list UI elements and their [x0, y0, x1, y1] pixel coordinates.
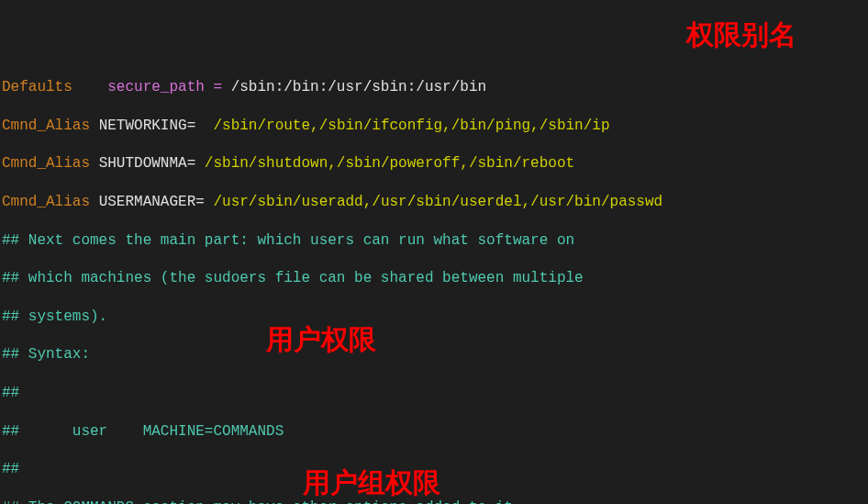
- line-cmndalias-shutdown: Cmnd_Alias SHUTDOWNMA= /sbin/shutdown,/s…: [2, 154, 866, 174]
- comment-line: ##: [2, 384, 866, 403]
- line-cmndalias-usermanager: Cmnd_Alias USERMANAGER= /usr/sbin/userad…: [2, 193, 866, 212]
- comment-line: ## The COMMANDS section may have other o…: [2, 498, 866, 504]
- comment-line: ## systems).: [2, 308, 866, 327]
- line-defaults: Defaults secure_path = /sbin:/bin:/usr/s…: [2, 78, 866, 97]
- line-cmndalias-networking: Cmnd_Alias NETWORKING= /sbin/route,/sbin…: [2, 117, 866, 136]
- comment-line: ## user MACHINE=COMMANDS: [2, 422, 866, 442]
- comment-line: ## which machines (the sudoers file can …: [2, 269, 866, 288]
- comment-line: ##: [2, 460, 866, 479]
- comment-line: ## Next comes the main part: which users…: [2, 231, 866, 251]
- annotation-alias: 权限别名: [686, 17, 796, 52]
- comment-line: ## Syntax:: [2, 345, 866, 364]
